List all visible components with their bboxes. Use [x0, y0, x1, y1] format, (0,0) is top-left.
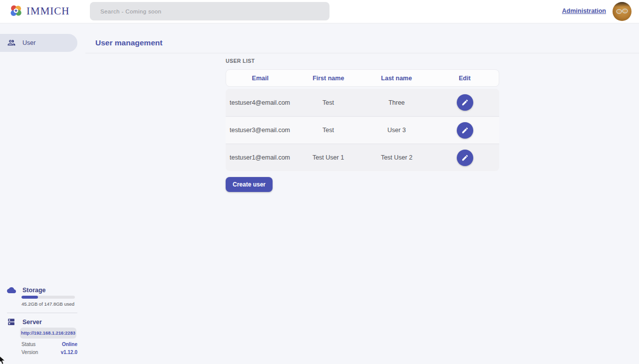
- user-avatar[interactable]: [613, 2, 632, 21]
- create-user-button[interactable]: Create user: [226, 177, 273, 192]
- column-header-first-name: First name: [295, 75, 363, 82]
- cell-last-name: Three: [362, 99, 431, 106]
- sidebar-divider: [7, 313, 77, 313]
- cell-email: testuser4@email.com: [226, 99, 294, 106]
- administration-link[interactable]: Administration: [562, 7, 606, 14]
- title-divider: [85, 53, 639, 53]
- storage-section-header: Storage: [7, 286, 46, 295]
- pencil-icon: [461, 127, 469, 134]
- search-input[interactable]: [90, 2, 329, 20]
- cell-first-name: Test User 1: [294, 154, 362, 161]
- edit-user-button[interactable]: [457, 122, 473, 139]
- server-version-row: Version v1.12.0: [21, 350, 77, 355]
- storage-progress-fill: [21, 296, 38, 299]
- sidebar-item-users[interactable]: User: [0, 34, 77, 52]
- section-title: USER LIST: [226, 58, 499, 64]
- logo-wordmark: IMMICH: [26, 5, 70, 17]
- column-header-edit: Edit: [431, 75, 499, 82]
- server-section-header: Server: [7, 318, 42, 326]
- status-label: Status: [21, 342, 35, 347]
- user-table-body: testuser4@email.com Test Three testuser3…: [226, 89, 499, 171]
- server-url-badge: http://192.168.1.216:2283: [20, 328, 76, 339]
- pencil-icon: [461, 154, 469, 162]
- pencil-icon: [461, 99, 469, 106]
- edit-user-button[interactable]: [457, 94, 473, 111]
- dns-icon: [7, 318, 15, 326]
- cell-email: testuser3@email.com: [226, 127, 294, 134]
- page-title: User management: [95, 38, 162, 47]
- cell-last-name: Test User 2: [362, 154, 431, 161]
- column-header-email: Email: [226, 75, 295, 82]
- people-icon: [7, 38, 16, 47]
- cell-last-name: User 3: [362, 127, 431, 134]
- storage-progress-bar: [21, 296, 75, 299]
- immich-logo[interactable]: IMMICH: [9, 4, 70, 18]
- storage-title: Storage: [22, 287, 46, 294]
- version-label: Version: [21, 350, 38, 355]
- cell-first-name: Test: [294, 127, 362, 134]
- server-title: Server: [22, 319, 42, 326]
- sidebar: User Storage 45.2GB of 147.8GB used Serv…: [0, 23, 85, 364]
- server-status-row: Status Online: [21, 342, 77, 347]
- table-row: testuser3@email.com Test User 3: [226, 116, 499, 144]
- immich-flower-icon: [9, 4, 23, 18]
- cell-email: testuser1@email.com: [226, 154, 294, 161]
- storage-usage-text: 45.2GB of 147.8GB used: [21, 301, 74, 307]
- table-row: testuser1@email.com Test User 1 Test Use…: [226, 144, 499, 171]
- user-list-section: USER LIST Email First name Last name Edi…: [226, 58, 499, 192]
- cloud-icon: [7, 286, 16, 295]
- table-row: testuser4@email.com Test Three: [226, 89, 499, 116]
- cell-first-name: Test: [294, 99, 362, 106]
- version-value: v1.12.0: [61, 350, 77, 355]
- column-header-last-name: Last name: [362, 75, 431, 82]
- edit-user-button[interactable]: [457, 150, 473, 166]
- table-header-row: Email First name Last name Edit: [226, 69, 499, 87]
- top-navbar: IMMICH Administration: [0, 0, 639, 23]
- status-value: Online: [62, 342, 77, 347]
- sidebar-item-label: User: [22, 39, 35, 46]
- glasses-icon: [616, 8, 629, 14]
